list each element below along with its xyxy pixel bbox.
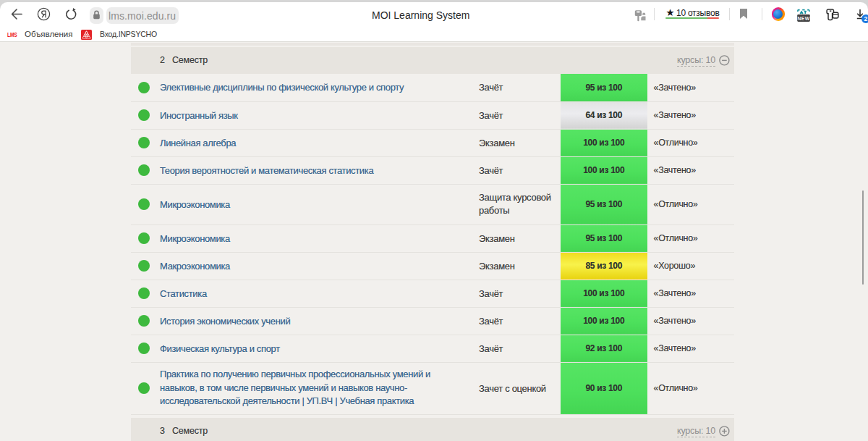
svg-text:NEW: NEW <box>798 16 810 21</box>
